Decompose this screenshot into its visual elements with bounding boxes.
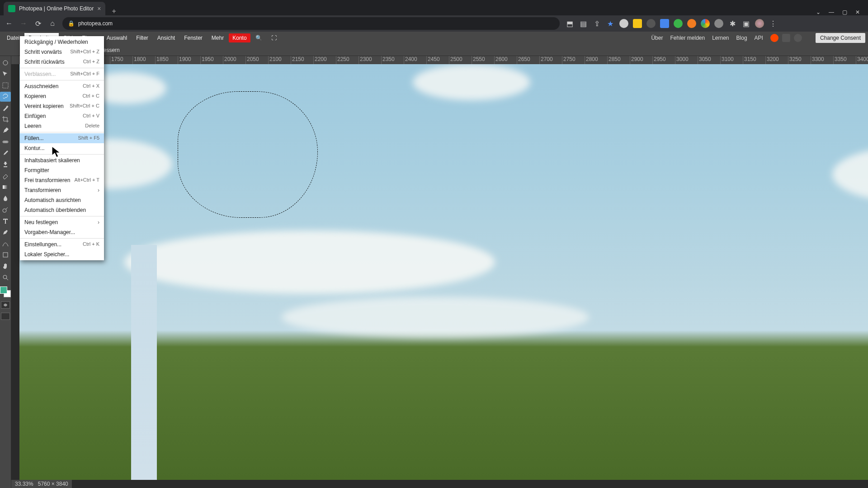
menu-auto-blend[interactable]: Automatisch überblenden	[20, 205, 104, 215]
menu-content-scale[interactable]: Inhaltsbasiert skalieren	[20, 155, 104, 165]
tool-heal[interactable]	[0, 137, 11, 147]
bearbeiten-menu: Rückgängig / Wiederholen Schritt vorwärt…	[20, 36, 104, 260]
extensions-icon[interactable]: ✱	[728, 19, 737, 28]
menu-paste[interactable]: EinfügenCtrl + V	[20, 111, 104, 121]
window-maximize-icon[interactable]: ▢	[842, 9, 847, 15]
nav-home-icon[interactable]: ⌂	[48, 19, 57, 28]
tool-eraser[interactable]	[0, 171, 11, 181]
color-swatch[interactable]	[0, 286, 11, 297]
tool-wand[interactable]	[0, 103, 11, 113]
tool-zoom[interactable]	[0, 272, 11, 282]
svg-rect-8	[3, 253, 8, 257]
menu-auswahl[interactable]: Auswahl	[103, 33, 131, 43]
tool-shape[interactable]	[0, 250, 11, 260]
menu-search-icon[interactable]: 🔍	[251, 33, 266, 43]
tool-pen[interactable]	[0, 227, 11, 237]
ext-icon-2[interactable]	[633, 19, 642, 28]
menu-filter[interactable]: Filter	[132, 33, 152, 43]
menu-transform[interactable]: Transformieren›	[20, 185, 104, 195]
facebook-icon[interactable]	[794, 34, 802, 42]
twitter-icon[interactable]	[782, 34, 790, 42]
link-fehler[interactable]: Fehler melden	[670, 35, 705, 41]
menu-local-storage[interactable]: Lokaler Speicher...	[20, 249, 104, 259]
menu-copy[interactable]: KopierenCtrl + C	[20, 91, 104, 101]
link-blog[interactable]: Blog	[736, 35, 747, 41]
link-lernen[interactable]: Lernen	[712, 35, 729, 41]
tool-type[interactable]	[0, 216, 11, 226]
url-text: photopea.com	[78, 20, 113, 27]
quickmask-icon[interactable]	[1, 301, 10, 309]
menu-fill[interactable]: Füllen...Shift + F5	[20, 133, 104, 143]
menu-ansicht[interactable]: Ansicht	[153, 33, 179, 43]
menu-step-forward[interactable]: Schritt vorwärtsShift+Ctrl + Z	[20, 47, 104, 57]
tool-move[interactable]	[0, 58, 11, 68]
ext-icon-4[interactable]	[660, 19, 669, 28]
reader-icon[interactable]: ▤	[579, 19, 588, 28]
browser-tab[interactable]: Photopea | Online Photo Editor ×	[4, 2, 105, 15]
reddit-icon[interactable]	[770, 34, 778, 42]
link-api[interactable]: API	[755, 35, 763, 41]
menu-clear[interactable]: LeerenDelete	[20, 121, 104, 131]
tool-path[interactable]	[0, 239, 11, 249]
kebab-menu-icon[interactable]: ⋮	[769, 19, 778, 28]
nav-forward-icon: →	[19, 19, 28, 28]
tab-close-icon[interactable]: ×	[97, 5, 101, 12]
tool-hand[interactable]	[0, 261, 11, 271]
menu-undo-redo[interactable]: Rückgängig / Wiederholen	[20, 37, 104, 47]
svg-point-4	[5, 141, 6, 142]
ext-icon-5[interactable]	[674, 19, 683, 28]
nav-reload-icon[interactable]: ⟳	[33, 19, 42, 28]
menu-define-new[interactable]: Neu festlegen›	[20, 217, 104, 227]
tool-select[interactable]	[0, 69, 11, 79]
status-zoom: 33.33%	[15, 481, 33, 487]
lasso-selection	[178, 91, 318, 218]
ext-icon-1[interactable]	[619, 19, 628, 28]
menu-puppet[interactable]: Formgitter	[20, 165, 104, 175]
new-tab-button[interactable]: +	[105, 7, 122, 15]
ruler-horizontal: 1550160016501700175018001850190019502000…	[11, 56, 868, 64]
menu-cut[interactable]: AusschneidenCtrl + X	[20, 81, 104, 91]
change-consent-button[interactable]: Change Consent	[816, 33, 865, 43]
chevron-down-icon[interactable]: ⌄	[816, 9, 821, 15]
menu-preset-manager[interactable]: Vorgaben-Manager...	[20, 227, 104, 237]
nav-back-icon[interactable]: ←	[5, 19, 14, 28]
tool-eyedropper[interactable]	[0, 126, 11, 136]
menu-stroke[interactable]: Kontur...	[20, 143, 104, 153]
tool-gradient[interactable]	[0, 182, 11, 192]
menu-fullscreen-icon[interactable]: ⛶	[267, 33, 281, 43]
ext-icon-6[interactable]	[687, 19, 696, 28]
link-ueber[interactable]: Über	[651, 35, 663, 41]
share-icon[interactable]: ⇪	[592, 19, 601, 28]
address-bar[interactable]: 🔒 photopea.com	[62, 17, 560, 30]
profile-avatar-icon[interactable]	[755, 19, 764, 28]
tool-dodge[interactable]	[0, 205, 11, 215]
bookmark-icon[interactable]: ★	[606, 19, 615, 28]
menu-copy-merged[interactable]: Vereint kopierenShift+Ctrl + C	[20, 101, 104, 111]
window-minimize-icon[interactable]: —	[829, 9, 834, 15]
canvas[interactable]	[11, 64, 868, 488]
screenmode-icon[interactable]	[1, 313, 10, 320]
install-icon[interactable]: ⬒	[565, 19, 574, 28]
tool-clone[interactable]	[0, 160, 11, 169]
tool-lasso[interactable]	[0, 92, 11, 102]
tool-blur[interactable]	[0, 193, 11, 203]
menu-fenster[interactable]: Fenster	[180, 33, 207, 43]
ext-icon-7[interactable]	[701, 19, 710, 28]
ext-icon-3[interactable]	[646, 19, 656, 28]
svg-point-7	[3, 209, 6, 212]
svg-point-9	[3, 275, 7, 279]
sidepanel-icon[interactable]: ▣	[741, 19, 750, 28]
menu-konto[interactable]: Konto	[229, 33, 250, 42]
menu-step-backward[interactable]: Schritt rückwärtsCtrl + Z	[20, 57, 104, 67]
tool-crop[interactable]	[0, 114, 11, 124]
menu-auto-align[interactable]: Automatisch ausrichten	[20, 195, 104, 205]
menu-mehr[interactable]: Mehr	[208, 33, 228, 43]
menu-preferences[interactable]: Einstellungen...Ctrl + K	[20, 239, 104, 249]
tool-marquee[interactable]	[0, 80, 11, 90]
ext-icon-8[interactable]	[714, 19, 723, 28]
status-dims: 5760 × 3840	[38, 481, 68, 487]
lock-icon: 🔒	[68, 20, 75, 27]
window-close-icon[interactable]: ✕	[855, 9, 860, 15]
menu-free-transform[interactable]: Frei transformierenAlt+Ctrl + T	[20, 175, 104, 185]
tool-brush[interactable]	[0, 148, 11, 158]
